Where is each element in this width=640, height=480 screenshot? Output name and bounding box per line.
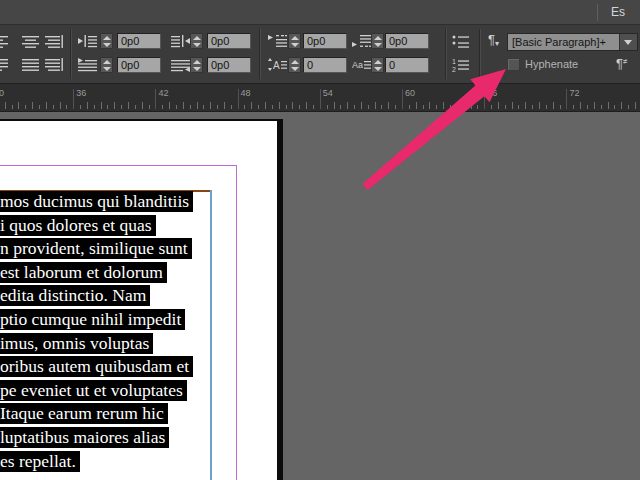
ruler-tick: [190, 105, 191, 109]
last-line-indent-stepper[interactable]: [190, 57, 203, 73]
right-indent-icon: [171, 34, 191, 48]
paragraph-style-dropdown[interactable]: [Basic Paragraph]+: [507, 33, 638, 51]
align-center-icon[interactable]: [22, 35, 42, 49]
left-indent-field[interactable]: [117, 33, 161, 49]
ruler-tick: [272, 105, 273, 109]
ruler-tick: [25, 105, 26, 109]
text-line[interactable]: i quos dolores et quas: [0, 215, 245, 239]
text-line[interactable]: oribus autem quibusdam et: [0, 356, 245, 380]
ruler-tick: [169, 102, 170, 109]
ruler-tick: [416, 102, 417, 109]
ruler-tick: [142, 102, 143, 109]
app-window: Es: [0, 0, 640, 480]
selected-text: imus, omnis voluptas: [0, 333, 153, 354]
align-left-icon[interactable]: [0, 35, 11, 49]
svg-text:Aa: Aa: [352, 60, 363, 70]
space-after-stepper[interactable]: [371, 33, 384, 49]
ruler-tick: [443, 102, 444, 109]
ruler-tick: [580, 102, 581, 109]
text-line[interactable]: pe eveniet ut et voluptates: [0, 380, 245, 404]
ruler-tick: [101, 102, 102, 109]
ruler-tick: [457, 102, 458, 109]
ruler-tick: [429, 102, 430, 109]
bulleted-list-icon[interactable]: [452, 34, 472, 48]
ruler-tick: [573, 105, 574, 109]
selected-text: pe eveniet ut et voluptates: [0, 380, 187, 401]
ruler-tick: [149, 105, 150, 109]
space-after-field[interactable]: [385, 33, 429, 49]
ruler-tick: [375, 102, 376, 109]
ruler-tick: [80, 105, 81, 109]
right-indent-stepper[interactable]: [190, 33, 203, 49]
page[interactable]: mos ducimus qui blanditiisi quos dolores…: [0, 119, 283, 480]
topbar-divider: [597, 4, 598, 21]
ruler-tick: [224, 102, 225, 109]
hyphenate-checkbox[interactable]: [507, 58, 520, 71]
ruler-tick: [560, 105, 561, 109]
text-line[interactable]: edita distinctio. Nam: [0, 285, 245, 309]
ruler-tick: [94, 105, 95, 109]
margin-guide-horizontal[interactable]: [0, 165, 237, 166]
ruler-tick: 42: [155, 89, 156, 109]
document-canvas[interactable]: mos ducimus qui blanditiisi quos dolores…: [0, 112, 640, 480]
ruler-tick: [176, 105, 177, 109]
ruler-tick: [286, 105, 287, 109]
drop-cap-characters-field[interactable]: [385, 57, 429, 73]
ruler-tick: [203, 105, 204, 109]
align-right-icon[interactable]: [45, 35, 65, 49]
ruler-tick: 72: [566, 89, 567, 109]
divider: [445, 29, 446, 79]
first-line-indent-field[interactable]: [117, 57, 161, 73]
text-line[interactable]: ptio cumque nihil impedit: [0, 309, 245, 333]
left-indent-icon: [78, 34, 98, 48]
ruler-label: 54: [323, 88, 333, 98]
dropdown-arrow-button[interactable]: [619, 34, 637, 50]
left-indent-stepper[interactable]: [100, 33, 113, 49]
drop-cap-characters-stepper[interactable]: [371, 57, 384, 73]
ruler-tick: [327, 105, 328, 109]
divider: [259, 29, 260, 79]
ruler-tick: 48: [238, 89, 239, 109]
ruler-tick: [114, 102, 115, 109]
text-frame-content[interactable]: mos ducimus qui blanditiisi quos dolores…: [0, 191, 245, 474]
right-indent-field[interactable]: [207, 33, 251, 49]
ruler-tick: [12, 105, 13, 109]
justify-right-icon[interactable]: [45, 58, 65, 72]
numbered-list-icon[interactable]: 12: [452, 58, 472, 72]
horizontal-ruler[interactable]: 3036424854606672: [0, 84, 640, 112]
text-line[interactable]: mos ducimus qui blanditiis: [0, 191, 245, 215]
ruler-tick: [601, 105, 602, 109]
text-line[interactable]: luptatibus maiores alias: [0, 427, 245, 451]
ruler-tick: [107, 105, 108, 109]
paragraph-style-value: [Basic Paragraph]+: [508, 34, 619, 50]
justify-all-icon[interactable]: [22, 58, 42, 72]
selected-text: Itaque earum rerum hic: [0, 403, 168, 424]
space-before-field[interactable]: [303, 33, 347, 49]
ruler-tick: [518, 105, 519, 109]
drop-cap-lines-field[interactable]: [303, 57, 347, 73]
drop-cap-lines-stepper[interactable]: [288, 57, 301, 73]
ruler-tick: [292, 102, 293, 109]
text-line[interactable]: es repellat.: [0, 451, 245, 475]
ruler-tick: [340, 105, 341, 109]
drop-cap-characters-icon: Aa: [352, 58, 372, 72]
ruler-tick: [347, 102, 348, 109]
last-line-indent-field[interactable]: [207, 57, 251, 73]
justify-last-left-icon[interactable]: [0, 58, 11, 72]
text-line[interactable]: Itaque earum rerum hic: [0, 403, 245, 427]
text-line[interactable]: imus, omnis voluptas: [0, 333, 245, 357]
paragraph-style-menu-icon[interactable]: ¶▾: [488, 32, 499, 48]
divider: [70, 29, 71, 79]
ruler-tick: [306, 102, 307, 109]
paragraph-mark-icon[interactable]: ¶≠: [616, 56, 627, 71]
space-before-stepper[interactable]: [288, 33, 301, 49]
selected-text: est laborum et dolorum: [0, 262, 167, 283]
workspace-switcher[interactable]: Es: [611, 5, 625, 19]
paragraph-control-bar: A Aa 12 ¶▾ [Basic Paragraph]+ Hyphenate …: [0, 25, 640, 84]
svg-text:2: 2: [452, 66, 456, 72]
text-line[interactable]: n provident, similique sunt: [0, 238, 245, 262]
first-line-indent-stepper[interactable]: [100, 57, 113, 73]
ruler-label: 66: [487, 88, 497, 98]
text-line[interactable]: est laborum et dolorum: [0, 262, 245, 286]
ruler-tick: [450, 105, 451, 109]
